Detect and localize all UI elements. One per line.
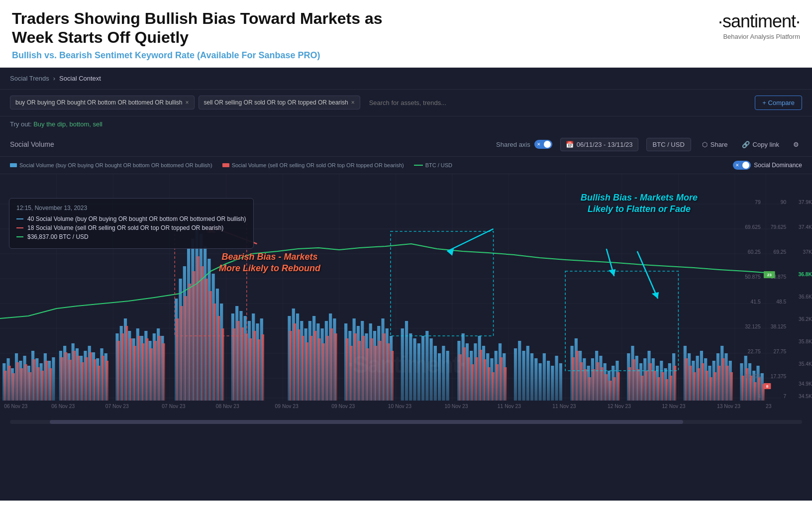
share-button[interactable]: ⬡ Share xyxy=(699,139,731,150)
svg-rect-214 xyxy=(150,348,153,401)
tag-1-close[interactable]: × xyxy=(186,99,189,106)
svg-rect-209 xyxy=(129,338,132,401)
suggestion-row: Try out: Buy the dip, bottom, sell xyxy=(0,116,812,133)
svg-rect-136 xyxy=(547,361,550,401)
svg-rect-298 xyxy=(685,358,688,401)
svg-rect-108 xyxy=(417,343,420,401)
svg-rect-292 xyxy=(653,371,656,401)
svg-rect-249 xyxy=(334,333,337,401)
svg-rect-227 xyxy=(213,304,216,401)
svg-rect-131 xyxy=(526,346,529,401)
svg-text:79.625: 79.625 xyxy=(771,224,787,230)
breadcrumb-separator: › xyxy=(53,75,55,82)
svg-rect-215 xyxy=(154,341,157,401)
shared-axis-toggle[interactable]: ✕ xyxy=(534,140,552,149)
svg-rect-266 xyxy=(475,357,478,401)
svg-rect-192 xyxy=(45,361,48,401)
svg-text:12 Nov 23: 12 Nov 23 xyxy=(608,404,631,409)
svg-rect-294 xyxy=(661,372,664,401)
tooltip-dash-3 xyxy=(16,236,23,237)
tooltip-dash-1 xyxy=(16,218,23,219)
svg-rect-128 xyxy=(514,348,517,401)
compare-button[interactable]: + Compare xyxy=(755,96,802,110)
legend-label-bearish: Social Volume (sell OR selling OR sold O… xyxy=(232,162,404,168)
svg-rect-199 xyxy=(81,362,84,401)
chart-controls: Social Volume Shared axis ✕ 📅 06/11/23 -… xyxy=(0,133,812,157)
svg-rect-285 xyxy=(617,372,620,401)
svg-rect-307 xyxy=(722,358,724,401)
search-tag-1[interactable]: buy OR buying OR bought OR bottom OR bot… xyxy=(10,96,195,109)
svg-rect-300 xyxy=(693,372,696,401)
svg-rect-311 xyxy=(746,368,748,401)
dominance-toggle[interactable]: ✕ xyxy=(733,161,751,170)
svg-rect-226 xyxy=(209,291,211,401)
svg-line-325 xyxy=(637,251,658,299)
suggestion-links[interactable]: Buy the dip, bottom, sell xyxy=(33,120,102,128)
svg-rect-287 xyxy=(633,359,635,401)
svg-rect-263 xyxy=(463,347,466,401)
tag-2-close[interactable]: × xyxy=(351,99,355,106)
svg-rect-104 xyxy=(401,328,404,401)
svg-rect-281 xyxy=(601,367,603,401)
svg-rect-191 xyxy=(41,371,44,401)
svg-rect-239 xyxy=(294,323,296,401)
svg-rect-218 xyxy=(176,318,179,401)
svg-rect-282 xyxy=(605,374,608,401)
svg-text:35.8K: 35.8K xyxy=(799,339,812,344)
svg-text:50.875: 50.875 xyxy=(745,274,761,280)
svg-rect-195 xyxy=(65,352,67,401)
svg-rect-303 xyxy=(706,371,708,401)
breadcrumb-parent[interactable]: Social Trends xyxy=(10,75,49,82)
svg-text:37K: 37K xyxy=(803,249,812,255)
legend-item-btc: BTC / USD xyxy=(414,162,452,168)
svg-rect-129 xyxy=(518,341,521,401)
svg-rect-200 xyxy=(85,357,88,401)
svg-rect-207 xyxy=(121,333,124,401)
svg-rect-139 xyxy=(559,363,562,401)
legend-label-bullish: Social Volume (buy OR buying OR bought O… xyxy=(19,162,212,168)
svg-rect-197 xyxy=(73,351,76,401)
svg-text:06 Nov 23: 06 Nov 23 xyxy=(51,404,75,409)
app-body: Social Trends › Social Context buy OR bu… xyxy=(0,68,812,501)
svg-rect-293 xyxy=(657,377,660,401)
svg-rect-253 xyxy=(358,341,361,401)
svg-rect-130 xyxy=(522,351,525,401)
svg-text:09 Nov 23: 09 Nov 23 xyxy=(275,404,299,409)
svg-text:32.125: 32.125 xyxy=(745,324,761,329)
svg-rect-240 xyxy=(298,329,300,401)
search-input[interactable] xyxy=(364,96,751,109)
svg-rect-202 xyxy=(94,359,96,401)
svg-text:69.25: 69.25 xyxy=(774,249,787,255)
svg-rect-133 xyxy=(534,358,537,401)
svg-rect-301 xyxy=(698,368,700,401)
share-icon: ⬡ xyxy=(702,141,708,148)
svg-rect-201 xyxy=(90,352,92,401)
svg-rect-186 xyxy=(20,368,23,401)
legend-toggle-dominance[interactable]: ✕ Social Dominance xyxy=(733,161,802,170)
svg-rect-267 xyxy=(480,350,482,401)
svg-rect-219 xyxy=(181,306,183,401)
chart-label: Social Volume xyxy=(10,140,54,148)
svg-text:36.2K: 36.2K xyxy=(799,316,812,322)
svg-rect-270 xyxy=(492,372,494,401)
svg-rect-110 xyxy=(425,331,428,401)
svg-rect-216 xyxy=(158,336,161,401)
copy-link-button[interactable]: 🔗 Copy link xyxy=(739,139,782,150)
svg-text:13.375: 13.375 xyxy=(745,374,761,379)
svg-rect-288 xyxy=(637,369,639,401)
chart-scrollbar[interactable] xyxy=(10,420,802,424)
svg-text:07 Nov 23: 07 Nov 23 xyxy=(162,404,185,409)
svg-text:60.25: 60.25 xyxy=(748,249,761,255)
svg-rect-238 xyxy=(290,331,292,401)
svg-text:37.4K: 37.4K xyxy=(799,224,812,230)
toggle-x-icon: ✕ xyxy=(537,142,541,147)
search-tag-2[interactable]: sell OR selling OR sold OR top OR topped… xyxy=(199,96,360,109)
currency-button[interactable]: BTC / USD xyxy=(646,138,691,151)
svg-text:17.375: 17.375 xyxy=(771,374,787,379)
page-header: Traders Showing Bullish Bias Toward Mark… xyxy=(0,0,812,68)
date-range-button[interactable]: 📅 06/11/23 - 13/11/23 xyxy=(560,138,638,151)
settings-button[interactable]: ⚙ xyxy=(790,139,802,150)
svg-text:13 Nov 23: 13 Nov 23 xyxy=(717,404,740,409)
svg-rect-230 xyxy=(233,328,235,401)
svg-rect-286 xyxy=(628,367,631,401)
